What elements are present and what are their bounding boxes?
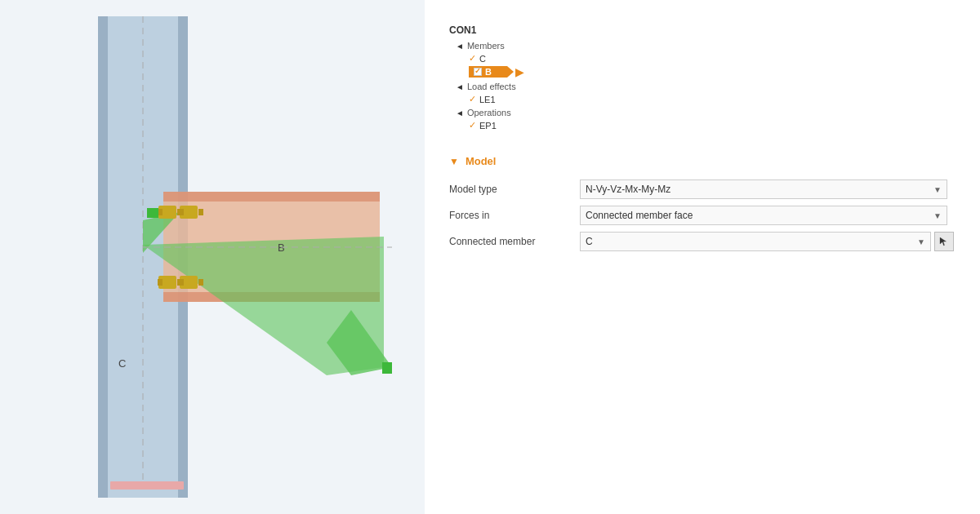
tree-group-load-effects-label[interactable]: ◄ Load effects	[456, 82, 956, 91]
model-section: ▼ Model Model type N-Vy-Vz-Mx-My-Mz ▼ Fo…	[449, 155, 956, 252]
svg-rect-6	[163, 192, 380, 202]
svg-rect-18	[158, 279, 163, 286]
connected-member-row: Connected member C ▼	[449, 231, 956, 252]
model-type-dropdown[interactable]: N-Vy-Vz-Mx-My-Mz ▼	[580, 179, 947, 199]
load-effects-arrow: ◄	[456, 82, 464, 91]
label-EP1: EP1	[479, 121, 497, 131]
tree-group-members-label[interactable]: ◄ Members	[456, 41, 956, 51]
svg-rect-1	[98, 16, 108, 498]
forces-in-dropdown-arrow: ▼	[933, 211, 942, 220]
connected-member-label: Connected member	[449, 236, 580, 247]
model-type-label: Model type	[449, 184, 580, 195]
svg-rect-28	[110, 481, 184, 490]
cursor-icon	[938, 236, 950, 247]
connected-member-dropdown-arrow: ▼	[917, 237, 925, 246]
label-C: C	[479, 54, 486, 64]
forces-in-label: Forces in	[449, 210, 580, 221]
forces-in-dropdown[interactable]: Connected member face ▼	[580, 206, 947, 225]
svg-text:C: C	[118, 357, 126, 370]
svg-rect-15	[179, 209, 184, 215]
highlight-badge-B: B	[469, 66, 514, 78]
canvas-area: C B	[0, 0, 425, 514]
check-LE1: ✓	[469, 94, 476, 104]
tree-section: CON1 ◄ Members ✓ C B ▶	[449, 24, 956, 131]
svg-rect-24	[147, 208, 158, 218]
svg-rect-21	[179, 279, 184, 286]
connected-member-value: C ▼	[580, 232, 956, 251]
tree-item-C[interactable]: ✓ C	[469, 53, 956, 64]
tree-group-load-effects: ◄ Load effects ✓ LE1	[456, 82, 956, 104]
tree-group-members: ◄ Members ✓ C B ▶	[456, 41, 956, 78]
model-type-value: N-Vy-Vz-Mx-My-Mz ▼	[580, 179, 956, 199]
svg-rect-23	[382, 362, 392, 374]
forces-in-value: Connected member face ▼	[580, 206, 956, 225]
connected-member-dropdown[interactable]: C ▼	[580, 232, 931, 251]
tree-group-operations: ◄ Operations ✓ EP1	[456, 108, 956, 131]
tree-item-B-highlight[interactable]: B ▶	[469, 65, 956, 78]
check-EP1: ✓	[469, 120, 476, 131]
checkbox-B	[474, 68, 482, 76]
check-C: ✓	[469, 53, 476, 64]
model-collapse-arrow: ▼	[449, 156, 459, 167]
tree-group-operations-label[interactable]: ◄ Operations	[456, 108, 956, 117]
forces-in-row: Forces in Connected member face ▼	[449, 205, 956, 226]
badge-arrow: ▶	[515, 65, 524, 78]
tree-title: CON1	[449, 24, 956, 36]
operations-arrow: ◄	[456, 109, 464, 117]
model-title: Model	[466, 155, 497, 167]
tree-item-EP1[interactable]: ✓ EP1	[469, 120, 956, 131]
right-panel: CON1 ◄ Members ✓ C B ▶	[425, 0, 980, 514]
members-arrow: ◄	[456, 42, 464, 51]
model-type-row: Model type N-Vy-Vz-Mx-My-Mz ▼	[449, 179, 956, 200]
pick-button[interactable]	[934, 232, 954, 251]
label-LE1: LE1	[479, 95, 496, 104]
svg-rect-22	[198, 279, 203, 286]
model-type-dropdown-arrow: ▼	[933, 185, 942, 194]
model-header[interactable]: ▼ Model	[449, 155, 956, 167]
svg-rect-16	[198, 209, 203, 215]
structural-drawing: C B	[0, 0, 425, 514]
tree-item-LE1[interactable]: ✓ LE1	[469, 94, 956, 104]
connected-member-controls: C ▼	[580, 232, 956, 251]
